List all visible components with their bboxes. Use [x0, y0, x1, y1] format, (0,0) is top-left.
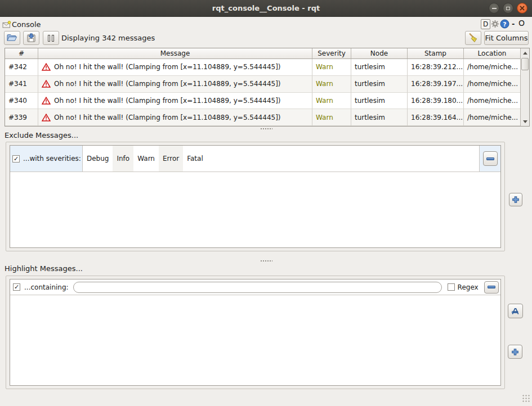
add-exclude-filter-button[interactable] [509, 193, 522, 206]
load-messages-button[interactable] [4, 31, 20, 45]
column-header-message[interactable]: Message [38, 48, 312, 58]
warning-icon [42, 80, 51, 88]
cell-stamp: 16:28:39.197... [408, 76, 464, 93]
plus-icon [511, 348, 519, 356]
pause-icon [48, 35, 54, 42]
cell-node: turtlesim [351, 109, 408, 126]
table-scrollbar[interactable] [520, 48, 529, 126]
regex-label: Regex [458, 283, 479, 291]
dock-button[interactable]: D [481, 19, 490, 29]
minus-icon [486, 157, 494, 160]
settings-gear-icon[interactable] [491, 20, 499, 30]
check-icon: ✓ [14, 284, 19, 290]
cell-stamp: 16:28:39.212... [408, 59, 464, 76]
exclude-filter-enable-cell: ✓ ...with severities: [10, 146, 83, 172]
message-count-status: Displaying 342 messages [61, 34, 155, 42]
table-row[interactable]: #340 Oh no! I hit the wall! (Clamping fr… [5, 93, 520, 110]
scrollbar-thumb[interactable] [521, 58, 529, 70]
cell-message: Oh no! I hit the wall! (Clamping from [x… [38, 93, 312, 110]
remove-exclude-filter-button[interactable] [483, 151, 498, 166]
exclude-severity-checkbox[interactable]: ✓ [12, 155, 20, 163]
cell-location: /home/miche... [464, 109, 520, 126]
table-row[interactable]: #339 Oh no! I hit the wall! (Clamping fr… [5, 109, 520, 126]
add-highlight-filter-button[interactable] [508, 345, 522, 359]
cell-num: #341 [5, 76, 38, 93]
scroll-up-button[interactable] [521, 48, 529, 57]
exclude-groupbox: ✓ ...with severities: Debug Info Warn Er… [6, 142, 505, 251]
save-icon [26, 33, 37, 43]
cell-stamp: 16:28:39.180... [408, 93, 464, 110]
message-text: Oh no! I hit the wall! (Clamping from [x… [54, 114, 281, 121]
cell-location: /home/miche... [464, 59, 520, 76]
highlight-containing-filter-row[interactable]: ✓ ...containing: Regex [10, 279, 500, 295]
column-header-location[interactable]: Location [464, 48, 520, 58]
minus-icon [488, 286, 495, 288]
window-titlebar[interactable]: rqt_console__Console - rqt [0, 0, 532, 17]
cell-location: /home/miche... [464, 93, 520, 110]
warning-icon [42, 114, 51, 121]
column-header-num[interactable]: # [5, 48, 38, 58]
with-severities-label: ...with severities: [23, 155, 81, 163]
severity-item-fatal[interactable]: Fatal [183, 146, 207, 172]
window-close-button[interactable] [517, 3, 527, 13]
severity-item-error[interactable]: Error [159, 146, 183, 172]
splitter-handle[interactable] [260, 128, 272, 130]
exclude-severity-filter-row[interactable]: ✓ ...with severities: Debug Info Warn Er… [10, 146, 500, 172]
table-row[interactable]: #342 Oh no! I hit the wall! (Clamping fr… [5, 59, 520, 76]
cell-node: turtlesim [351, 76, 408, 93]
plus-icon [512, 196, 520, 204]
svg-text:?: ? [503, 21, 506, 28]
severity-item-info[interactable]: Info [113, 146, 133, 172]
window-title: rqt_console__Console - rqt [0, 0, 532, 17]
clear-messages-button[interactable] [465, 31, 481, 45]
pause-button[interactable] [43, 31, 59, 45]
highlight-groupbox: ✓ ...containing: Regex [6, 276, 505, 389]
exclude-filter-list[interactable]: ✓ ...with severities: Debug Info Warn Er… [10, 145, 501, 248]
severity-list[interactable]: Debug Info Warn Error Fatal [83, 146, 207, 172]
panel-minimize-button[interactable]: - [512, 20, 515, 28]
message-table-main: # Message Severity Node Stamp Location #… [5, 48, 520, 126]
highlight-containing-checkbox[interactable]: ✓ [13, 283, 20, 291]
window-minimize-button[interactable] [489, 3, 499, 13]
table-header[interactable]: # Message Severity Node Stamp Location [5, 48, 520, 59]
arrow-up-icon [523, 52, 527, 55]
arrow-down-icon [523, 120, 527, 123]
splitter-handle[interactable] [260, 260, 272, 262]
column-header-stamp[interactable]: Stamp [408, 48, 464, 58]
window-maximize-button[interactable] [503, 3, 513, 13]
cell-severity: Warn [312, 109, 351, 126]
column-header-severity[interactable]: Severity [312, 48, 351, 58]
check-icon: ✓ [14, 156, 19, 162]
save-messages-button[interactable] [23, 31, 39, 45]
cell-severity: Warn [312, 59, 351, 76]
remove-highlight-filter-button[interactable] [484, 281, 499, 294]
cell-message: Oh no! I hit the wall! (Clamping from [x… [38, 59, 312, 76]
cell-node: turtlesim [351, 93, 408, 110]
cell-message: Oh no! I hit the wall! (Clamping from [x… [38, 109, 312, 126]
severity-item-warn[interactable]: Warn [133, 146, 159, 172]
message-text: Oh no! I hit the wall! (Clamping from [x… [54, 63, 281, 71]
scroll-down-button[interactable] [521, 117, 529, 126]
regex-checkbox[interactable] [448, 283, 455, 291]
severity-item-debug[interactable]: Debug [83, 146, 113, 172]
highlight-filter-list[interactable]: ✓ ...containing: Regex [10, 279, 501, 386]
column-header-node[interactable]: Node [351, 48, 408, 58]
message-table[interactable]: # Message Severity Node Stamp Location #… [5, 48, 530, 127]
containing-text-input[interactable] [73, 282, 442, 293]
open-folder-icon [7, 33, 17, 43]
panel-close-button[interactable]: O [518, 19, 525, 28]
containing-label: ...containing: [24, 283, 69, 291]
warning-icon [42, 97, 51, 105]
cell-stamp: 16:28:39.164... [408, 109, 464, 126]
exclude-remove-cell [479, 146, 500, 172]
window-resize-grip[interactable] [522, 394, 530, 403]
table-row[interactable]: #341 Oh no! I hit the wall! (Clamping fr… [5, 76, 520, 93]
warning-icon [42, 63, 51, 71]
highlight-mode-button[interactable] [508, 304, 523, 318]
message-text: Oh no! I hit the wall! (Clamping from [x… [54, 80, 281, 88]
cell-severity: Warn [312, 76, 351, 93]
cell-node: turtlesim [351, 59, 408, 76]
fit-columns-button[interactable]: Fit Columns [484, 31, 529, 45]
help-icon[interactable]: ? [500, 19, 509, 31]
exclude-section-label: Exclude Messages... [5, 131, 78, 139]
